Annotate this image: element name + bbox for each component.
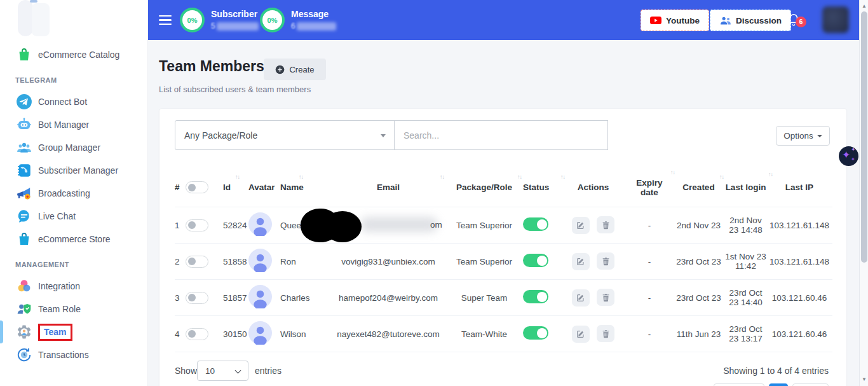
expiry-date: - [627, 257, 672, 266]
pagination: Previous 1 Next [714, 383, 829, 386]
sidebar-item-live-chat[interactable]: Live Chat [0, 205, 147, 228]
sidebar-item-team-role[interactable]: Team Role [0, 298, 147, 321]
showing-entries-text: Showing 1 to 4 of 4 entries [723, 366, 829, 376]
delete-button[interactable] [597, 216, 614, 233]
sidebar-item-connect-bot[interactable]: Connect Bot [0, 90, 147, 113]
notification-bell[interactable]: 6 [787, 12, 806, 30]
options-button[interactable]: Options [776, 126, 830, 146]
member-email: hamepof204@weirby.com [331, 293, 445, 303]
last-login: 23rd Oct 23 13:17 [725, 324, 766, 343]
status-toggle[interactable] [523, 290, 548, 303]
status-toggle[interactable] [523, 254, 548, 267]
sidebar-section-telegram: TELEGRAM [0, 76, 147, 84]
scrollbar-thumb[interactable] [861, 11, 867, 263]
subscriber-stat-value: 5 [211, 22, 215, 31]
row-number: 4 [175, 329, 180, 339]
top-header-bar: 0% Subscriber 5 0% Message 6 Youtube Dis… [148, 0, 868, 40]
row-number: 2 [175, 257, 180, 266]
member-package: Team Superior [445, 221, 523, 230]
last-ip: 103.121.61.148 [766, 257, 832, 266]
message-stat-label: Message [291, 6, 336, 19]
sort-icon[interactable]: ↑↓ [440, 174, 444, 180]
member-package: Team-White [445, 329, 523, 339]
sidebar-item-group-manager[interactable]: Group Manager [0, 136, 147, 159]
sidebar-item-ecommerce-catalog[interactable]: eCommerce Catalog [0, 43, 147, 66]
select-all-toggle[interactable] [186, 181, 208, 193]
pagination-next-button[interactable]: Next [792, 383, 829, 386]
sidebar-item-bot-manager[interactable]: Bot Manager [0, 113, 147, 136]
vertical-scrollbar[interactable]: ▲ ▼ [859, 0, 868, 386]
notification-count-badge: 6 [796, 17, 806, 27]
integration-circles-icon [15, 277, 33, 295]
sort-icon[interactable]: ↑↓ [670, 169, 675, 176]
message-stat-value: 6 [291, 22, 295, 31]
shopping-bag-blue-icon [15, 230, 33, 248]
member-avatar-icon [248, 228, 272, 238]
delete-button[interactable] [597, 252, 614, 270]
edit-button[interactable] [572, 326, 590, 343]
scroll-up-arrow-icon[interactable]: ▲ [860, 1, 868, 11]
sort-icon[interactable]: ↑↓ [299, 174, 303, 180]
sidebar-item-broadcasting[interactable]: Broadcasting [0, 182, 147, 205]
row-select-toggle[interactable] [186, 292, 208, 304]
sort-icon[interactable]: ↑↓ [235, 174, 240, 180]
edit-button[interactable] [572, 217, 590, 234]
pagination-previous-button[interactable]: Previous [714, 383, 765, 386]
sort-icon[interactable]: ↑↓ [560, 174, 565, 180]
page-subtitle: List of subscribed users & team members [159, 85, 311, 94]
subscriber-progress-ring: 0% [180, 8, 205, 32]
column-header: Id [223, 183, 231, 192]
create-button[interactable]: Create [264, 59, 326, 80]
delete-button[interactable] [597, 289, 614, 306]
sidebar-item-subscriber-manager[interactable]: Subscriber Manager [0, 159, 147, 182]
sidebar-item-integration[interactable]: Integration [0, 275, 147, 298]
sort-icon[interactable]: ↑↓ [517, 174, 522, 180]
status-toggle[interactable] [523, 217, 548, 231]
column-header: Status [523, 183, 549, 192]
package-role-select[interactable]: Any Package/Role [175, 120, 395, 150]
sort-icon[interactable]: ↑↓ [719, 174, 724, 180]
gear-person-icon [15, 323, 33, 341]
sidebar-item-label: eCommerce Store [38, 234, 111, 244]
status-toggle[interactable] [523, 326, 548, 340]
robot-icon [15, 116, 33, 134]
youtube-button-label: Youtube [666, 16, 700, 25]
row-select-toggle[interactable] [186, 256, 208, 268]
sidebar: eCommerce Catalog TELEGRAM Connect Bot B… [0, 0, 148, 386]
column-header: Avatar [248, 183, 275, 192]
ai-assistant-fab[interactable]: ✦ ✦ ✦ [839, 146, 858, 166]
main-content: Team Members Create List of subscribed u… [148, 40, 868, 386]
blurred-email [360, 217, 438, 232]
sidebar-item-ecommerce-store[interactable]: eCommerce Store [0, 228, 147, 251]
sidebar-item-label: Integration [38, 281, 80, 291]
chevron-down-icon [235, 368, 241, 374]
column-header: Last login [726, 183, 766, 192]
pagination-page-1-button[interactable]: 1 [769, 383, 788, 386]
row-select-toggle[interactable] [186, 219, 208, 231]
hamburger-menu-icon[interactable] [159, 15, 172, 25]
sidebar-item-team[interactable]: Team [0, 321, 147, 343]
page-size-select[interactable]: 10 [197, 361, 248, 381]
edit-button[interactable] [572, 289, 590, 307]
table-row: 3 51857 Charles hamepof204@weirby.com Su… [175, 280, 832, 316]
delete-button[interactable] [597, 325, 614, 342]
search-input[interactable] [394, 120, 608, 150]
user-avatar[interactable] [822, 6, 849, 33]
logo-ghost-shape [32, 3, 50, 36]
column-header: Package/Role [456, 183, 512, 192]
sparkle-icon: ✦ [851, 156, 855, 162]
scroll-down-arrow-icon[interactable]: ▼ [860, 375, 868, 385]
sort-icon[interactable]: ↑↓ [768, 171, 773, 177]
youtube-button[interactable]: Youtube [641, 10, 709, 31]
created-date: 23rd Oct 23 [672, 293, 725, 303]
edit-button[interactable] [572, 253, 590, 270]
discussion-button[interactable]: Discussion [710, 10, 791, 31]
expiry-date: - [627, 329, 672, 339]
shopping-bag-green-icon [15, 46, 33, 64]
entries-label: entries [255, 366, 281, 376]
row-select-toggle[interactable] [186, 328, 208, 340]
sidebar-section-management: MANAGEMENT [0, 261, 147, 268]
expiry-date: - [627, 293, 672, 303]
sidebar-item-transactions[interactable]: Transactions [0, 343, 147, 366]
member-avatar-icon [248, 265, 272, 274]
